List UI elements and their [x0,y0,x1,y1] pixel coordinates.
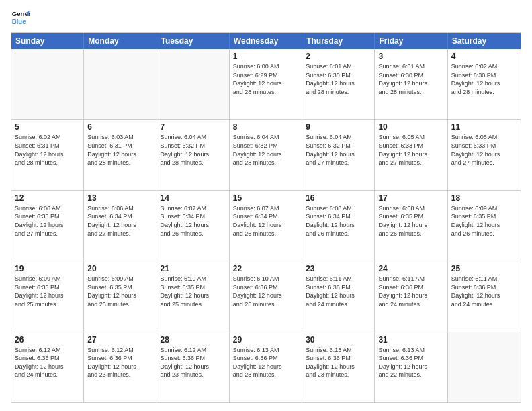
day-number: 18 [451,193,517,203]
day-cell-2: 2Sunrise: 6:01 AM Sunset: 6:30 PM Daylig… [302,49,375,119]
day-info: Sunrise: 6:04 AM Sunset: 6:32 PM Dayligh… [161,133,226,167]
page: General Blue SundayMondayTuesdayWednesda… [0,0,532,411]
day-info: Sunrise: 6:13 AM Sunset: 6:36 PM Dayligh… [233,346,298,379]
empty-cell [11,49,84,119]
logo-icon: General Blue [11,8,30,27]
day-info: Sunrise: 6:05 AM Sunset: 6:33 PM Dayligh… [378,133,443,167]
day-info: Sunrise: 6:10 AM Sunset: 6:35 PM Dayligh… [161,275,226,308]
day-cell-26: 26Sunrise: 6:12 AM Sunset: 6:36 PM Dayli… [11,332,84,402]
day-info: Sunrise: 6:04 AM Sunset: 6:32 PM Dayligh… [233,133,298,167]
empty-cell [84,49,157,119]
day-number: 17 [378,193,443,203]
header-cell-tuesday: Tuesday [157,33,230,49]
day-info: Sunrise: 6:05 AM Sunset: 6:33 PM Dayligh… [451,133,517,167]
day-number: 5 [15,122,80,132]
header-cell-wednesday: Wednesday [230,33,302,49]
header-cell-thursday: Thursday [302,33,375,49]
calendar-row-3: 12Sunrise: 6:06 AM Sunset: 6:33 PM Dayli… [11,191,521,261]
day-cell-29: 29Sunrise: 6:13 AM Sunset: 6:36 PM Dayli… [230,332,302,402]
day-number: 12 [15,193,80,203]
day-cell-11: 11Sunrise: 6:05 AM Sunset: 6:33 PM Dayli… [448,120,521,189]
day-cell-4: 4Sunrise: 6:02 AM Sunset: 6:30 PM Daylig… [448,49,521,119]
header-cell-monday: Monday [84,33,157,49]
header: General Blue [11,8,521,27]
day-cell-21: 21Sunrise: 6:10 AM Sunset: 6:35 PM Dayli… [157,261,230,331]
day-cell-15: 15Sunrise: 6:07 AM Sunset: 6:34 PM Dayli… [230,191,302,261]
day-cell-25: 25Sunrise: 6:11 AM Sunset: 6:36 PM Dayli… [448,261,521,331]
day-number: 27 [87,335,152,345]
header-cell-saturday: Saturday [448,33,521,49]
day-number: 30 [306,335,371,345]
day-cell-22: 22Sunrise: 6:10 AM Sunset: 6:36 PM Dayli… [230,261,302,331]
logo: General Blue [11,8,30,27]
day-info: Sunrise: 6:06 AM Sunset: 6:34 PM Dayligh… [87,204,152,238]
day-info: Sunrise: 6:08 AM Sunset: 6:34 PM Dayligh… [306,204,371,238]
day-number: 25 [451,264,517,273]
day-number: 8 [233,122,298,132]
day-number: 11 [451,122,517,132]
day-info: Sunrise: 6:12 AM Sunset: 6:36 PM Dayligh… [15,346,80,379]
day-cell-6: 6Sunrise: 6:03 AM Sunset: 6:31 PM Daylig… [84,120,157,189]
day-cell-28: 28Sunrise: 6:12 AM Sunset: 6:36 PM Dayli… [157,332,230,402]
day-info: Sunrise: 6:10 AM Sunset: 6:36 PM Dayligh… [233,275,298,308]
empty-cell [157,49,230,119]
day-number: 9 [306,122,371,132]
calendar-row-4: 19Sunrise: 6:09 AM Sunset: 6:35 PM Dayli… [11,261,521,332]
day-info: Sunrise: 6:11 AM Sunset: 6:36 PM Dayligh… [378,275,443,308]
day-number: 2 [306,52,371,61]
header-cell-sunday: Sunday [11,33,84,49]
day-cell-1: 1Sunrise: 6:00 AM Sunset: 6:29 PM Daylig… [230,49,302,119]
calendar-body: 1Sunrise: 6:00 AM Sunset: 6:29 PM Daylig… [11,49,521,402]
day-info: Sunrise: 6:01 AM Sunset: 6:30 PM Dayligh… [378,62,443,96]
day-cell-27: 27Sunrise: 6:12 AM Sunset: 6:36 PM Dayli… [84,332,157,402]
calendar-row-5: 26Sunrise: 6:12 AM Sunset: 6:36 PM Dayli… [11,332,521,402]
day-info: Sunrise: 6:06 AM Sunset: 6:33 PM Dayligh… [15,204,80,238]
empty-cell [448,332,521,402]
day-info: Sunrise: 6:09 AM Sunset: 6:35 PM Dayligh… [15,275,80,308]
day-cell-13: 13Sunrise: 6:06 AM Sunset: 6:34 PM Dayli… [84,191,157,261]
day-number: 3 [378,52,443,61]
day-number: 22 [233,264,298,273]
day-info: Sunrise: 6:09 AM Sunset: 6:35 PM Dayligh… [87,275,152,308]
day-cell-9: 9Sunrise: 6:04 AM Sunset: 6:32 PM Daylig… [302,120,375,189]
day-cell-10: 10Sunrise: 6:05 AM Sunset: 6:33 PM Dayli… [375,120,447,189]
day-info: Sunrise: 6:02 AM Sunset: 6:31 PM Dayligh… [15,133,80,167]
day-number: 26 [15,335,80,345]
day-number: 23 [306,264,371,273]
day-number: 24 [378,264,443,273]
day-number: 21 [161,264,226,273]
day-info: Sunrise: 6:12 AM Sunset: 6:36 PM Dayligh… [87,346,152,379]
day-number: 4 [451,52,517,61]
day-number: 10 [378,122,443,132]
day-number: 14 [161,193,226,203]
day-info: Sunrise: 6:12 AM Sunset: 6:36 PM Dayligh… [161,346,226,379]
header-cell-friday: Friday [375,33,447,49]
day-number: 1 [233,52,298,61]
day-cell-17: 17Sunrise: 6:08 AM Sunset: 6:35 PM Dayli… [375,191,447,261]
day-number: 16 [306,193,371,203]
day-info: Sunrise: 6:07 AM Sunset: 6:34 PM Dayligh… [161,204,226,238]
day-info: Sunrise: 6:13 AM Sunset: 6:36 PM Dayligh… [378,346,443,379]
day-cell-14: 14Sunrise: 6:07 AM Sunset: 6:34 PM Dayli… [157,191,230,261]
day-number: 29 [233,335,298,345]
day-number: 15 [233,193,298,203]
svg-text:Blue: Blue [12,17,26,25]
day-cell-5: 5Sunrise: 6:02 AM Sunset: 6:31 PM Daylig… [11,120,84,189]
calendar-row-1: 1Sunrise: 6:00 AM Sunset: 6:29 PM Daylig… [11,49,521,120]
day-info: Sunrise: 6:03 AM Sunset: 6:31 PM Dayligh… [87,133,152,167]
day-cell-3: 3Sunrise: 6:01 AM Sunset: 6:30 PM Daylig… [375,49,447,119]
calendar: SundayMondayTuesdayWednesdayThursdayFrid… [11,32,521,403]
day-number: 31 [378,335,443,345]
day-cell-30: 30Sunrise: 6:13 AM Sunset: 6:36 PM Dayli… [302,332,375,402]
day-info: Sunrise: 6:07 AM Sunset: 6:34 PM Dayligh… [233,204,298,238]
day-cell-12: 12Sunrise: 6:06 AM Sunset: 6:33 PM Dayli… [11,191,84,261]
calendar-header: SundayMondayTuesdayWednesdayThursdayFrid… [11,33,521,49]
day-number: 6 [87,122,152,132]
day-number: 28 [161,335,226,345]
day-info: Sunrise: 6:11 AM Sunset: 6:36 PM Dayligh… [306,275,371,308]
day-cell-20: 20Sunrise: 6:09 AM Sunset: 6:35 PM Dayli… [84,261,157,331]
day-cell-31: 31Sunrise: 6:13 AM Sunset: 6:36 PM Dayli… [375,332,447,402]
day-info: Sunrise: 6:11 AM Sunset: 6:36 PM Dayligh… [451,275,517,308]
day-number: 19 [15,264,80,273]
day-info: Sunrise: 6:08 AM Sunset: 6:35 PM Dayligh… [378,204,443,238]
